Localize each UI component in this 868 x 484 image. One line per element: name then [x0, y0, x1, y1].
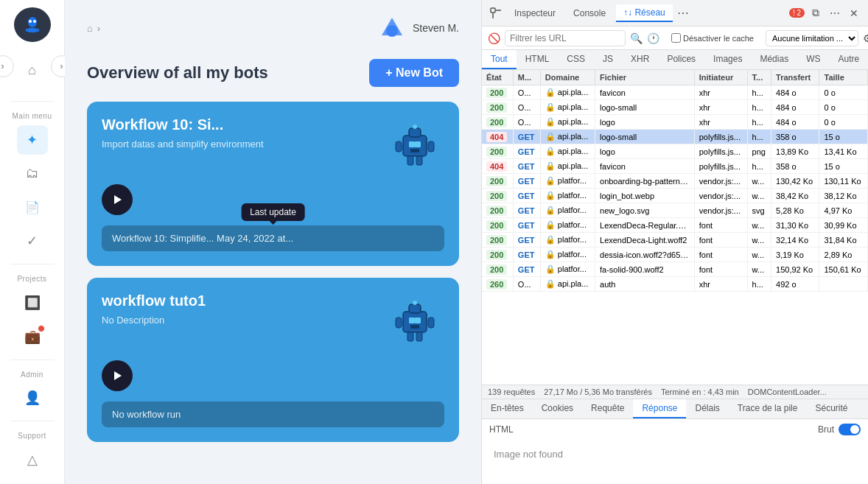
- svg-marker-29: [114, 371, 122, 380]
- bot-card-title-1: workflow tuto1: [102, 292, 206, 309]
- detail-tab-entetees[interactable]: En-têtes: [482, 399, 533, 418]
- nav-back-btn[interactable]: ›: [0, 55, 14, 77]
- subtab-xhr[interactable]: XHR: [622, 50, 658, 69]
- table-row[interactable]: 260 O... 🔒 api.pla... auth xhr h... 492 …: [482, 277, 868, 292]
- play-button-1[interactable]: [102, 360, 133, 391]
- throttle-select[interactable]: Aucune limitation ...: [766, 30, 858, 46]
- cell-domain: 🔒 platfor...: [540, 203, 595, 218]
- table-row[interactable]: 200 GET 🔒 platfor... LexendDeca-Light.wo…: [482, 233, 868, 248]
- col-size[interactable]: Taille: [819, 70, 868, 85]
- subtab-ws[interactable]: WS: [797, 50, 829, 69]
- filter-input[interactable]: [505, 30, 626, 46]
- subtab-tout[interactable]: Tout: [482, 50, 517, 69]
- devtools-split-btn[interactable]: ⧉: [808, 5, 824, 21]
- svg-point-2: [29, 20, 32, 23]
- table-row[interactable]: 200 GET 🔒 platfor... dessia-icon.woff2?d…: [482, 248, 868, 262]
- table-row[interactable]: 200 GET 🔒 platfor... new_logo.svg vendor…: [482, 203, 868, 218]
- cell-status: 200: [482, 100, 513, 115]
- table-row[interactable]: 200 GET 🔒 platfor... login_bot.webp vend…: [482, 189, 868, 203]
- devtools-detail: En-têtes Cookies Requête Réponse Délais …: [482, 399, 868, 484]
- raw-toggle-switch[interactable]: [839, 424, 861, 435]
- table-row[interactable]: 200 O... 🔒 api.pla... logo-small xhr h..…: [482, 100, 868, 115]
- clock-btn[interactable]: 🕐: [647, 30, 659, 46]
- table-row[interactable]: 404 GET 🔒 api.pla... logo-small polyfill…: [482, 130, 868, 144]
- avatar[interactable]: [14, 7, 51, 42]
- col-method[interactable]: M...: [513, 70, 540, 85]
- settings-btn[interactable]: ⚙: [863, 30, 868, 46]
- subtab-autre[interactable]: Autre: [829, 50, 868, 69]
- cell-transfer: 3,19 Ko: [771, 248, 819, 262]
- table-row[interactable]: 200 O... 🔒 api.pla... logo xhr h... 484 …: [482, 115, 868, 130]
- sidebar-item-folder[interactable]: 🗂: [17, 159, 48, 189]
- table-row[interactable]: 200 GET 🔒 platfor... fa-solid-900.woff2 …: [482, 262, 868, 277]
- devtools-more-btn[interactable]: ⋯: [677, 6, 689, 20]
- svg-rect-17: [410, 149, 419, 152]
- play-button-0[interactable]: [102, 184, 133, 215]
- cell-domain: 🔒 platfor...: [540, 174, 595, 189]
- col-type[interactable]: T...: [747, 70, 771, 85]
- detail-tab-cookies[interactable]: Cookies: [533, 399, 582, 418]
- devtools-tab-reseau[interactable]: ↑↓ Réseau: [616, 4, 673, 22]
- subtab-js[interactable]: JS: [594, 50, 622, 69]
- cell-transfer: 150,92 Ko: [771, 262, 819, 277]
- home-btn[interactable]: ⌂: [17, 55, 48, 85]
- clear-btn[interactable]: 🚫: [488, 30, 500, 46]
- user-area: Steven M.: [379, 15, 459, 41]
- devtools-close-btn[interactable]: ✕: [846, 5, 862, 21]
- devtools-inspect-btn[interactable]: [488, 5, 504, 21]
- cell-type: w...: [747, 248, 771, 262]
- detail-tab-delais[interactable]: Délais: [686, 399, 728, 418]
- new-bot-button[interactable]: + New Bot: [369, 59, 459, 87]
- cell-file: auth: [595, 277, 695, 292]
- col-initiator[interactable]: Initiateur: [694, 70, 747, 85]
- devtools-dots-btn[interactable]: ⋯: [827, 5, 843, 21]
- cell-method: O...: [513, 85, 540, 100]
- disable-cache-checkbox[interactable]: [671, 33, 681, 43]
- table-row[interactable]: 404 GET 🔒 api.pla... favicon polyfills.j…: [482, 159, 868, 174]
- cell-size: 0 o: [819, 115, 868, 130]
- sidebar-item-briefcase[interactable]: 💼: [17, 322, 48, 351]
- cell-initiator: xhr: [694, 115, 747, 130]
- table-row[interactable]: 200 GET 🔒 platfor... LexendDeca-Regular.…: [482, 218, 868, 233]
- detail-tab-reponse[interactable]: Réponse: [633, 399, 686, 418]
- cell-transfer: 13,89 Ko: [771, 144, 819, 159]
- search-btn[interactable]: 🔍: [630, 30, 643, 46]
- subtab-html[interactable]: HTML: [517, 50, 559, 69]
- projects-label: Projects: [17, 275, 46, 283]
- cell-type: w...: [747, 218, 771, 233]
- divider-3: [10, 360, 55, 360]
- col-transfer[interactable]: Transfert: [771, 70, 819, 85]
- subtab-images[interactable]: Images: [704, 50, 751, 69]
- col-state[interactable]: État: [482, 70, 513, 85]
- table-row[interactable]: 200 GET 🔒 platfor... onboarding-bg-patte…: [482, 174, 868, 189]
- sidebar-item-admin[interactable]: 👤: [17, 384, 48, 413]
- subtab-css[interactable]: CSS: [558, 50, 594, 69]
- devtools-tab-console[interactable]: Console: [566, 5, 613, 21]
- user-name: Steven M.: [413, 22, 459, 34]
- subtab-medias[interactable]: Médias: [751, 50, 797, 69]
- subtab-polices[interactable]: Polices: [658, 50, 704, 69]
- table-row[interactable]: 200 GET 🔒 api.pla... logo polyfills.js..…: [482, 144, 868, 159]
- detail-tab-trace[interactable]: Trace de la pile: [729, 399, 807, 418]
- sidebar-item-support[interactable]: △: [17, 445, 48, 474]
- disable-cache-label[interactable]: Désactiver le cache: [671, 33, 754, 43]
- cell-status: 200: [482, 233, 513, 248]
- table-row[interactable]: 200 O... 🔒 api.pla... favicon xhr h... 4…: [482, 85, 868, 100]
- raw-label: Brut: [818, 424, 834, 435]
- sidebar-item-projects[interactable]: 🔲: [17, 288, 48, 318]
- cell-status: 200: [482, 144, 513, 159]
- sidebar-item-workflows[interactable]: ✦: [17, 125, 48, 155]
- sidebar-item-check[interactable]: ✓: [17, 226, 48, 256]
- svg-rect-22: [396, 318, 402, 328]
- col-domain[interactable]: Domaine: [540, 70, 595, 85]
- sidebar-item-file[interactable]: 📄: [17, 193, 48, 222]
- detail-tab-requete[interactable]: Requête: [582, 399, 633, 418]
- detail-tab-securite[interactable]: Sécurité: [806, 399, 856, 418]
- devtools-tab-inspecteur[interactable]: Inspecteur: [507, 5, 563, 21]
- cell-initiator: vendor.js:...: [694, 189, 747, 203]
- svg-rect-14: [416, 156, 422, 165]
- col-file[interactable]: Fichier: [595, 70, 695, 85]
- cell-initiator: font: [694, 218, 747, 233]
- cell-domain: 🔒 platfor...: [540, 189, 595, 203]
- cell-status: 200: [482, 248, 513, 262]
